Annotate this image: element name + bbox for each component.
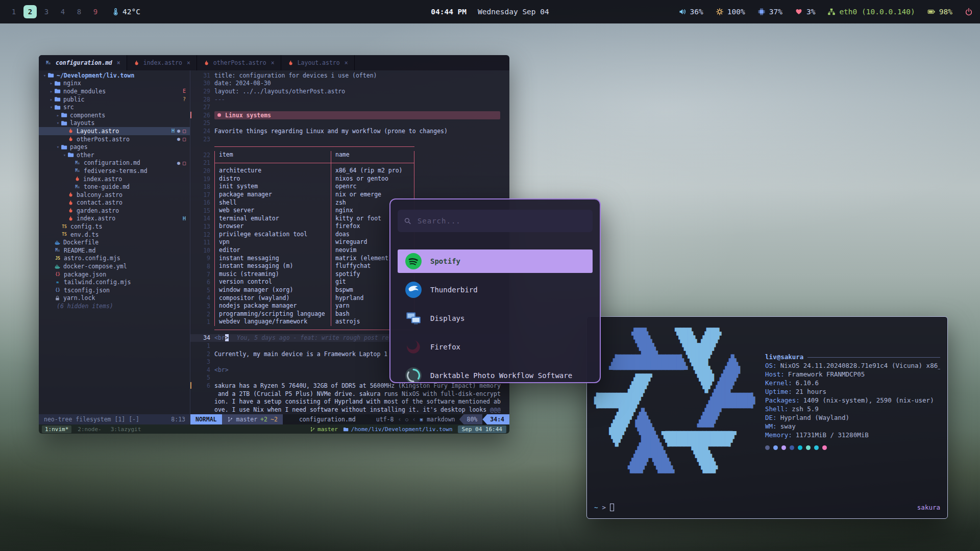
tree-row[interactable]: index.astro xyxy=(39,175,190,183)
workspace-button-2[interactable]: 2 xyxy=(23,5,37,18)
markdown-icon: M↓ xyxy=(74,168,81,173)
module-network[interactable]: eth0 (10.0.0.140) xyxy=(827,8,915,16)
tree-row[interactable]: otherPost.astro●□ xyxy=(39,135,190,143)
tree-row[interactable]: balcony.astro xyxy=(39,191,190,199)
workspace-button-1[interactable]: 1 xyxy=(7,5,20,18)
workspace-button-9[interactable]: 9 xyxy=(89,5,102,18)
tree-row[interactable]: M↓fediverse-terms.md xyxy=(39,167,190,175)
module-volume[interactable]: 36% xyxy=(678,8,703,16)
tree-row[interactable]: TSconfig.ts xyxy=(39,222,190,231)
module-cpu[interactable]: 3% xyxy=(795,8,815,16)
tmux-windows: 1:nvim*2:node-3:lazygit xyxy=(42,425,144,433)
table-row: privilege escalation tooldoas xyxy=(214,231,414,239)
buffer-line: 17package managernix or emerge xyxy=(190,191,509,199)
line-number: 7 xyxy=(195,271,210,278)
file-type: markdown xyxy=(427,416,455,423)
line-number: 2 xyxy=(195,350,210,358)
module-brightness[interactable]: 100% xyxy=(716,8,745,16)
buffer-line: 21 xyxy=(190,159,509,167)
tree-row[interactable]: ▾pages xyxy=(39,143,190,151)
line-number: 9 xyxy=(195,255,210,262)
launcher-item-spotify[interactable]: Spotify xyxy=(398,249,593,273)
shell-prompt[interactable]: ~ > sakura xyxy=(594,504,940,511)
tree-row[interactable]: ▾src xyxy=(39,103,190,111)
line-number: 21 xyxy=(195,159,210,166)
line-number: 20 xyxy=(195,167,210,174)
tree-row[interactable]: ▾layouts xyxy=(39,119,190,128)
workspace-button-8[interactable]: 8 xyxy=(72,5,86,18)
module-power[interactable] xyxy=(965,8,973,16)
line-number: 34 xyxy=(195,334,210,341)
search-input[interactable] xyxy=(416,216,586,226)
file-encoding: utf-8 xyxy=(376,416,394,423)
tree-row[interactable]: Dockerfile xyxy=(39,238,190,246)
chevron-down-icon: ▾ xyxy=(55,120,61,126)
markdown-icon: M↓ xyxy=(45,61,52,65)
tree-row[interactable]: Layout.astroH●□ xyxy=(39,127,190,135)
close-icon[interactable]: × xyxy=(117,59,120,66)
spotify-icon xyxy=(405,253,422,270)
launcher-item-firefox[interactable]: Firefox xyxy=(398,335,593,359)
tmux-git-segment: master xyxy=(310,426,338,433)
heading-marker-icon xyxy=(217,113,221,117)
launcher-item-darktable[interactable]: Darktable Photo Workflow Software xyxy=(398,364,593,383)
separator-icon: ‹ xyxy=(398,416,401,423)
tab-Layout.astro[interactable]: Layout.astro× xyxy=(281,55,355,70)
tab-index.astro[interactable]: index.astro× xyxy=(127,55,197,70)
tree-row[interactable]: contact.astro xyxy=(39,199,190,207)
thermometer-icon xyxy=(111,8,119,16)
workspace-button-4[interactable]: 4 xyxy=(56,5,69,18)
tree-row[interactable]: ≈tailwind.config.mjs xyxy=(39,278,190,286)
tab-configuration.md[interactable]: M↓configuration.md× xyxy=(39,55,127,70)
fastfetch-terminal[interactable]: ▗▄▄▄ ▗▄▄▄▄ ▄▄▄▖ ▜███▙ ▜███▙ ▟███▛ ▜███▙ … xyxy=(586,316,948,519)
tree-row[interactable]: {}tsconfig.json xyxy=(39,286,190,294)
line-number: 30 xyxy=(195,80,210,87)
tree-row[interactable]: ▾other xyxy=(39,151,190,159)
table-header-row: itemname xyxy=(214,151,414,159)
launcher-item-thunderbird[interactable]: Thunderbird xyxy=(398,278,593,302)
module-memory[interactable]: 37% xyxy=(757,8,782,16)
close-icon[interactable]: × xyxy=(345,59,348,66)
tree-row[interactable]: M↓configuration.md●□ xyxy=(39,159,190,167)
tree-row[interactable]: ▸public? xyxy=(39,95,190,104)
tmux-window-3:lazygit[interactable]: 3:lazygit xyxy=(108,425,144,433)
git-status-badges: ? xyxy=(183,96,186,102)
tab-otherPost.astro[interactable]: otherPost.astro× xyxy=(197,55,281,70)
buffer-line: ▎26Linux systems xyxy=(190,111,509,119)
tree-row[interactable]: JSastro.config.mjs xyxy=(39,255,190,263)
module-battery[interactable]: 98% xyxy=(927,8,952,16)
gear-icon xyxy=(716,8,724,16)
tree-row[interactable]: {}package.json xyxy=(39,270,190,279)
tree-row[interactable]: garden.astro xyxy=(39,207,190,215)
table-row: webdev language/frameworkastrojs xyxy=(214,318,414,326)
launcher-item-displays[interactable]: Displays xyxy=(398,307,593,330)
launcher-item-label: Thunderbird xyxy=(430,286,478,294)
palette-dot xyxy=(814,445,819,450)
markdown-heading: Linux systems xyxy=(214,111,500,119)
file-meta: utf-8 ‹ ○ ‹ ▣ markdown xyxy=(372,414,459,424)
line-number: 3 xyxy=(195,303,210,310)
fetch-info-line: Packages:1409 (nix-system), 2590 (nix-us… xyxy=(765,396,940,405)
tree-row[interactable]: (6 hidden items) xyxy=(39,302,190,310)
tmux-window-2:node-[interactable]: 2:node- xyxy=(75,425,104,433)
close-icon[interactable]: × xyxy=(271,59,275,66)
tree-row[interactable]: ▸components xyxy=(39,111,190,119)
tailwind-icon: ≈ xyxy=(54,280,61,285)
tmux-window-1:nvim*[interactable]: 1:nvim* xyxy=(42,425,71,433)
fetch-info-line: WM:sway xyxy=(765,422,940,431)
tree-row[interactable]: M↓tone-guide.md xyxy=(39,183,190,191)
close-icon[interactable]: × xyxy=(187,59,190,66)
tree-row[interactable]: TSenv.d.ts xyxy=(39,231,190,239)
tree-row[interactable]: docker-compose.yml xyxy=(39,262,190,270)
tmux-clock: Sep 04 16:44 xyxy=(458,425,506,433)
workspace-button-3[interactable]: 3 xyxy=(40,5,53,18)
tree-row[interactable]: ▸node_modulesE xyxy=(39,87,190,95)
displays-icon xyxy=(405,310,422,327)
tree-row[interactable]: ▸nginx xyxy=(39,80,190,88)
tree-row[interactable]: ▾~/Development/liv.town xyxy=(39,71,190,80)
tree-row[interactable]: index.astroH xyxy=(39,215,190,223)
tree-row[interactable]: yarn.lock xyxy=(39,294,190,303)
neotree-sidebar[interactable]: ▾~/Development/liv.town▸nginx▸node_modul… xyxy=(39,70,190,414)
tree-row[interactable]: M↓README.md xyxy=(39,246,190,255)
search-bar[interactable] xyxy=(398,210,593,232)
